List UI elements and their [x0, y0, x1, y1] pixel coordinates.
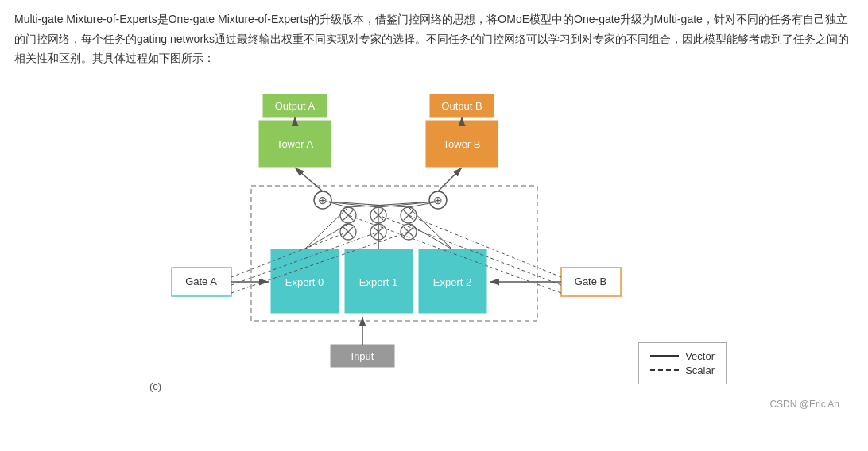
- svg-text:Gate A: Gate A: [185, 276, 217, 287]
- svg-text:Gate B: Gate B: [575, 276, 606, 287]
- svg-text:Tower A: Tower A: [277, 138, 314, 150]
- legend-vector: Vector: [650, 350, 715, 362]
- vector-line-icon: [650, 355, 679, 357]
- svg-text:⊕: ⊕: [433, 194, 443, 206]
- svg-text:Expert 1: Expert 1: [359, 276, 397, 288]
- scalar-line-icon: [650, 369, 679, 371]
- svg-line-48: [295, 168, 323, 191]
- description-text: Multi-gate Mixture-of-Experts是One-gate M…: [14, 10, 854, 68]
- diagram-area: Expert 0 Expert 1 Expert 2 Gate A Gate B…: [14, 83, 854, 416]
- page-container: Multi-gate Mixture-of-Experts是One-gate M…: [0, 0, 868, 424]
- legend-scalar: Scalar: [650, 364, 715, 376]
- svg-text:Output B: Output B: [441, 100, 482, 112]
- scalar-label: Scalar: [685, 364, 715, 376]
- svg-text:Expert 2: Expert 2: [433, 276, 471, 288]
- footer-credit: CSDN @Eric An: [769, 399, 839, 410]
- svg-text:⊕: ⊕: [318, 194, 327, 206]
- svg-text:Input: Input: [351, 350, 374, 362]
- diagram-caption: (c): [149, 380, 161, 392]
- svg-text:Output A: Output A: [275, 100, 316, 112]
- vector-label: Vector: [685, 350, 715, 362]
- svg-line-49: [438, 168, 462, 191]
- svg-text:Tower B: Tower B: [444, 138, 481, 150]
- legend-box: Vector Scalar: [638, 342, 727, 384]
- diagram-svg: Expert 0 Expert 1 Expert 2 Gate A Gate B…: [156, 83, 712, 416]
- svg-text:Expert 0: Expert 0: [285, 276, 324, 288]
